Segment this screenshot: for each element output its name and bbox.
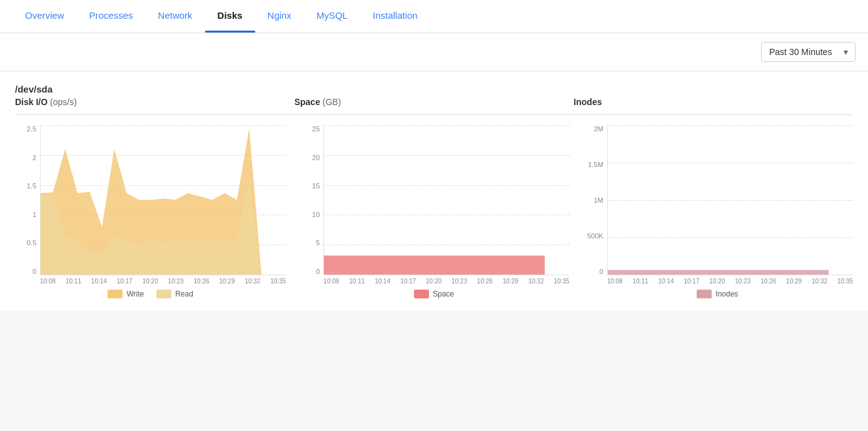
write-swatch bbox=[108, 290, 123, 298]
tab-network[interactable]: Network bbox=[146, 0, 205, 33]
disk-io-y-axis: 2.5 2 1.5 1 0.5 0 bbox=[15, 125, 40, 275]
time-range-select[interactable]: Past 30 Minutes bbox=[761, 42, 855, 62]
tab-overview[interactable]: Overview bbox=[13, 0, 77, 33]
inodes-plot bbox=[607, 125, 853, 275]
space-y-axis: 25 20 15 10 5 0 bbox=[298, 125, 323, 275]
legend-inodes: Inodes bbox=[697, 290, 738, 298]
disk-io-title: Disk I/O (ops/s) bbox=[15, 97, 295, 107]
inodes-title: Inodes bbox=[573, 97, 853, 107]
inodes-area bbox=[608, 270, 829, 275]
top-nav: Overview Processes Network Disks Nginx M… bbox=[0, 0, 868, 33]
read-swatch bbox=[156, 290, 171, 298]
tab-mysql[interactable]: MySQL bbox=[304, 0, 360, 33]
toolbar: Past 30 Minutes bbox=[0, 33, 868, 71]
inodes-y-axis: 2M 1.5M 1M 500K 0 bbox=[582, 125, 607, 275]
charts-row: 2.5 2 1.5 1 0.5 0 bbox=[15, 125, 853, 298]
disk-io-legend: Write Read bbox=[15, 290, 286, 298]
space-title: Space (GB) bbox=[295, 97, 574, 107]
inodes-header: Inodes bbox=[573, 97, 853, 109]
space-plot bbox=[323, 125, 569, 275]
space-chart: 25 20 15 10 5 0 bbox=[298, 125, 582, 298]
legend-read: Read bbox=[156, 290, 193, 298]
inodes-chart: 2M 1.5M 1M 500K 0 1 bbox=[582, 125, 853, 298]
disk-io-x-axis: 10:08 10:11 10:14 10:17 10:20 10:23 10:2… bbox=[15, 275, 286, 285]
space-swatch bbox=[414, 290, 429, 298]
tab-installation[interactable]: Installation bbox=[360, 0, 430, 33]
space-x-axis: 10:08 10:11 10:14 10:17 10:20 10:23 10:2… bbox=[298, 275, 569, 285]
inodes-x-axis: 10:08 10:11 10:14 10:17 10:20 10:23 10:2… bbox=[582, 275, 853, 285]
main-content: /dev/sda Disk I/O (ops/s) Space (GB) Ino… bbox=[0, 71, 868, 311]
time-select-wrap[interactable]: Past 30 Minutes bbox=[761, 42, 855, 62]
inodes-swatch bbox=[697, 290, 712, 298]
legend-space: Space bbox=[414, 290, 454, 298]
space-header: Space (GB) bbox=[295, 97, 574, 109]
tab-disks[interactable]: Disks bbox=[205, 0, 255, 33]
tab-processes[interactable]: Processes bbox=[77, 0, 146, 33]
disk-io-header: Disk I/O (ops/s) bbox=[15, 97, 295, 109]
disk-io-chart: 2.5 2 1.5 1 0.5 0 bbox=[15, 125, 298, 298]
space-area bbox=[324, 256, 545, 275]
device-label: /dev/sda bbox=[15, 84, 853, 94]
space-legend: Space bbox=[298, 290, 569, 298]
inodes-legend: Inodes bbox=[582, 290, 853, 298]
legend-write: Write bbox=[108, 290, 144, 298]
disk-io-plot bbox=[40, 125, 286, 275]
tab-nginx[interactable]: Nginx bbox=[255, 0, 304, 33]
